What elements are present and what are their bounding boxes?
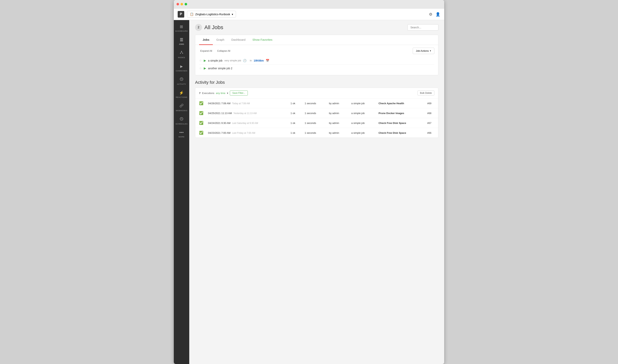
title-bar [174,0,444,9]
sidebar-item-jobs[interactable]: ☰ JOBS [174,35,189,48]
sidebar-label-nodes: NODES [178,56,185,58]
success-icon-cell: ✅ [195,128,206,138]
app-bar-right: ⚙ 👤 [429,12,440,17]
success-icon-cell: ✅ [195,108,206,118]
commands-icon: ▶ [180,64,183,69]
job-count-badge: 2 [195,24,202,31]
duration-cell: 1 seconds [302,98,327,108]
dropdown-arrow-icon: ▾ [232,13,233,16]
activity-row: ✅ 04/26/2021 7:08 AMToday at 7:08 AM 1 o… [195,98,438,108]
job-ref-cell: a simple job [349,108,376,118]
close-button[interactable] [176,3,179,5]
job-row: ☆ ▶ another simple job 2 [199,64,434,72]
filter-dropdown-icon[interactable]: ▾ [227,92,228,95]
sidebar-item-schedules[interactable]: SCHEDULES [174,115,189,127]
sidebar-item-dashboard[interactable]: ⊞ DASHBOARD [174,22,189,34]
svg-line-4 [182,52,183,53]
job-actions-button[interactable]: Job Actions ▾ [413,48,434,54]
run-job-button[interactable]: ▶ [204,59,206,62]
run-job-button[interactable]: ▶ [204,66,206,70]
activity-row: ✅ 04/25/2021 11:13 AMYesterday at 11:13 … [195,108,438,118]
by-cell: by admin [327,98,349,108]
job-actions-label: Job Actions [416,49,429,52]
exec-count: 7 [199,92,201,95]
tab-jobs[interactable]: Jobs [199,35,213,45]
sidebar-item-webhooks[interactable]: WEBHOOKS [174,101,189,114]
search-input[interactable] [407,24,438,30]
nodes-icon [180,51,184,55]
settings-icon[interactable]: ⚙ [429,12,432,17]
reactions-icon: ⚡ [179,91,184,95]
duration-cell: 1 seconds [302,118,327,128]
activity-section-title: Activity for Jobs [195,80,438,85]
save-filter-button[interactable]: Save Filter... [230,91,248,95]
calendar-icon[interactable]: 📅 [266,59,269,62]
jobs-list: ☆ ▶ a simple job very simple job 🕐 in 19… [195,57,438,75]
by-cell: by admin [327,118,349,128]
exec-num-cell: #66 [425,128,438,138]
success-icon: ✅ [199,121,203,125]
sidebar-label-commands: COMMANDS [176,70,187,72]
job-name: another simple job 2 [208,67,232,70]
tab-graph[interactable]: Graph [213,35,228,45]
jobs-icon: ☰ [180,38,184,42]
project-selector[interactable]: 📋 Zingbats-Logitistics-Runbook ▾ [187,11,236,18]
relative-date: Last Friday at 7:00 AM [232,132,255,134]
command-name-cell: Check Apache Health [376,98,425,108]
date-cell: 04/25/2021 11:13 AMYesterday at 11:13 AM [206,108,288,118]
dashboard-icon: ⊞ [180,24,183,29]
ok-count-cell: 1 ok [288,98,302,108]
by-cell: by admin [327,108,349,118]
sidebar-item-commands[interactable]: ▶ COMMANDS [174,62,189,74]
job-ref-cell: a simple job [349,128,376,138]
duration-cell: 1 seconds [302,128,327,138]
date-cell: 04/26/2021 7:08 AMToday at 7:08 AM [206,98,288,108]
sidebar-label-dashboard: DASHBOARD [175,30,188,32]
activity-row: ✅ 04/24/2021 9:30 AMLast Saturday at 9:3… [195,118,438,128]
relative-date: Today at 7:08 AM [232,102,250,105]
tab-show-favorites[interactable]: Show Favorites [249,35,276,45]
anytime-filter[interactable]: any time [216,92,225,95]
job-ref-cell: a simple job [349,98,376,108]
svg-point-1 [180,53,181,54]
sidebar-item-nodes[interactable]: NODES [174,48,189,61]
minimize-button[interactable] [181,3,183,5]
sidebar-item-activity[interactable]: ACTIVITY [174,75,189,87]
star-icon[interactable]: ☆ [199,66,202,70]
star-icon[interactable]: ☆ [199,59,202,62]
command-name-cell: Check Free Disk Space [376,128,425,138]
sidebar-label-more: MORE [179,136,185,138]
exec-num-cell: #67 [425,118,438,128]
activity-header: 7 Executions any time ▾ Save Filter... B… [195,88,438,98]
page-header: 2 All Jobs [195,24,438,31]
app-bar-left: P 📋 Zingbats-Logitistics-Runbook ▾ [178,11,236,18]
ok-count-cell: 1 ok [288,108,302,118]
maximize-button[interactable] [185,3,187,5]
sidebar-label-reactions: REACTIONS [176,96,187,98]
svg-point-2 [182,53,183,54]
collapse-all-button[interactable]: Collapse All [216,49,231,53]
activity-card: 7 Executions any time ▾ Save Filter... B… [195,88,438,138]
tab-dashboard[interactable]: Dashboard [228,35,249,45]
webhooks-icon [180,104,184,108]
jobs-card: Jobs Graph Dashboard Show Favorites Expa… [195,35,438,75]
jobs-tabs: Jobs Graph Dashboard Show Favorites [195,35,438,45]
schedules-icon [180,117,184,122]
by-cell: by admin [327,128,349,138]
sidebar-item-more[interactable]: ••• MORE [174,128,189,140]
sidebar-label-webhooks: WEBHOOKS [176,109,187,112]
app-bar: P 📋 Zingbats-Logitistics-Runbook ▾ ⚙ 👤 [174,9,444,20]
toolbar-left: Expand All Collapse All [199,49,231,53]
success-icon: ✅ [199,131,203,135]
expand-all-button[interactable]: Expand All [199,49,213,53]
svg-point-0 [181,51,182,52]
success-icon-cell: ✅ [195,98,206,108]
schedule-icon: 🕐 [243,59,247,62]
user-icon[interactable]: 👤 [435,12,440,17]
sidebar-item-reactions[interactable]: ⚡ REACTIONS [174,88,189,101]
success-icon: ✅ [199,101,203,105]
svg-line-3 [181,52,182,53]
bulk-delete-button[interactable]: Bulk Delete [417,91,434,95]
exec-num-cell: #69 [425,98,438,108]
page-title: All Jobs [204,24,223,30]
